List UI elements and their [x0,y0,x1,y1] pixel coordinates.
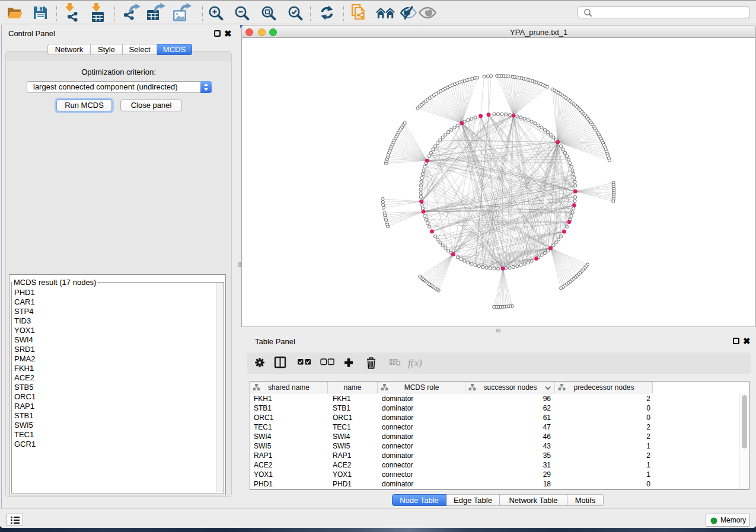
svg-text:f(x): f(x) [408,357,422,368]
